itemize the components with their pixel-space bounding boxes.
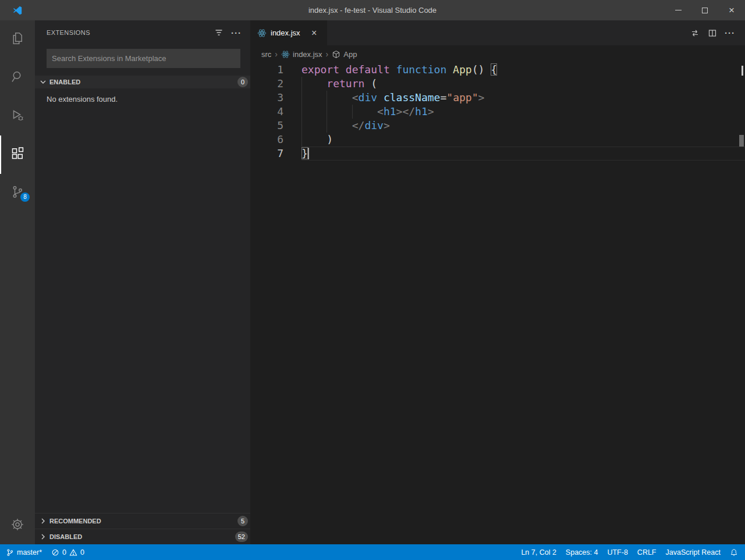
code-line[interactable]: 1export default function App() {	[250, 63, 745, 77]
code-text: }	[301, 147, 745, 160]
explorer-icon	[10, 31, 24, 48]
vscode-logo-icon	[0, 5, 35, 16]
extensions-search-box	[47, 49, 240, 68]
notifications-item[interactable]	[725, 544, 745, 560]
window-title: index.jsx - fe-test - Visual Studio Code	[308, 0, 437, 20]
code-line[interactable]: 6 )	[250, 133, 745, 147]
search-input[interactable]	[47, 49, 240, 68]
code-line[interactable]: 5 </div>	[250, 119, 745, 133]
tab-close-button[interactable]: ×	[308, 27, 320, 39]
filter-icon	[214, 28, 224, 37]
status-bar-left: master* 0 0	[0, 544, 89, 560]
overview-ruler-mark	[742, 66, 743, 76]
maximize-button[interactable]	[691, 0, 718, 20]
indent-guide	[327, 119, 327, 133]
line-number: 3	[250, 91, 301, 105]
activity-item-search[interactable]	[0, 59, 35, 97]
tab-bar-empty-space	[327, 20, 686, 45]
indent-guide	[301, 119, 302, 133]
no-extensions-message: No extensions found.	[35, 88, 250, 110]
editor-cursor	[308, 148, 309, 159]
activity-item-explorer[interactable]	[0, 20, 35, 59]
section-disabled[interactable]: DISABLED 52	[35, 529, 250, 544]
code-lines: 1export default function App() {2 return…	[250, 63, 745, 160]
line-number: 6	[250, 133, 301, 147]
more-icon: ···	[231, 28, 242, 37]
line-number: 1	[250, 63, 301, 77]
indent-guide	[301, 105, 302, 119]
line-number: 4	[250, 105, 301, 119]
close-icon: ×	[729, 5, 735, 15]
indent-guide	[301, 133, 302, 147]
section-badge: 5	[237, 516, 248, 526]
breadcrumb-label: src	[261, 50, 271, 59]
split-editor-button[interactable]	[704, 25, 721, 41]
source-control-badge: 8	[20, 192, 30, 202]
eol-item[interactable]: CRLF	[633, 544, 661, 560]
indentation-item[interactable]: Spaces: 4	[561, 544, 603, 560]
error-count: 0	[62, 548, 66, 557]
code-text: </div>	[301, 119, 745, 133]
line-number: 2	[250, 77, 301, 91]
cursor-position: Ln 7, Col 2	[521, 548, 556, 557]
clear-search-results-button[interactable]	[212, 26, 226, 40]
close-window-button[interactable]: ×	[718, 0, 745, 20]
breadcrumb-label: App	[343, 50, 357, 59]
breadcrumb-separator: ›	[326, 49, 329, 59]
eol: CRLF	[637, 548, 657, 557]
overview-ruler	[737, 63, 745, 544]
tab-index-jsx[interactable]: index.jsx ×	[250, 20, 327, 45]
activity-item-source-control[interactable]: 8	[0, 174, 35, 212]
gear-icon	[10, 518, 24, 534]
extensions-sidebar: EXTENSIONS ··· ENABLED 0 No extensions f…	[35, 20, 250, 544]
open-changes-button[interactable]	[687, 25, 703, 41]
status-bar: master* 0 0 Ln 7, Col 2 Spaces: 4 UTF-8 …	[0, 544, 745, 560]
indent-guide	[327, 105, 327, 119]
editor-code-area[interactable]: 1export default function App() {2 return…	[250, 63, 745, 544]
code-line[interactable]: 2 return (	[250, 77, 745, 91]
symbol-cube-icon	[332, 50, 340, 59]
title-bar: index.jsx - fe-test - Visual Studio Code…	[0, 0, 745, 20]
sidebar-bottom-sections: RECOMMENDED 5 DISABLED 52	[35, 513, 250, 544]
git-branch-item[interactable]: master*	[0, 544, 47, 560]
cursor-position-item[interactable]: Ln 7, Col 2	[516, 544, 560, 560]
breadcrumb-symbol[interactable]: App	[332, 50, 357, 59]
breadcrumb-folder[interactable]: src	[261, 50, 271, 59]
line-number: 7	[250, 147, 301, 160]
section-label: DISABLED	[49, 533, 235, 540]
section-enabled[interactable]: ENABLED 0	[35, 76, 250, 88]
breadcrumb-file[interactable]: index.jsx	[281, 50, 322, 59]
indent-guide	[301, 77, 302, 91]
sidebar-title: EXTENSIONS	[47, 29, 208, 36]
sidebar-more-actions-button[interactable]: ···	[229, 26, 243, 40]
code-text: return (	[301, 77, 745, 91]
editor-more-actions-button[interactable]: ···	[722, 25, 738, 41]
maximize-icon	[702, 8, 708, 13]
problems-item[interactable]: 0 0	[47, 544, 89, 560]
code-line[interactable]: 3 <div className="app">	[250, 91, 745, 105]
vscode-window: index.jsx - fe-test - Visual Studio Code…	[0, 0, 745, 560]
activity-item-run-debug[interactable]	[0, 97, 35, 135]
section-badge: 52	[235, 532, 248, 542]
activity-item-extensions[interactable]	[0, 135, 35, 174]
section-badge: 0	[237, 77, 248, 87]
code-text: <h1></h1>	[301, 105, 745, 119]
breadcrumb-separator: ›	[275, 49, 278, 59]
indent-guide	[327, 91, 327, 105]
code-text: )	[301, 133, 745, 147]
chevron-down-icon	[38, 77, 48, 87]
encoding-item[interactable]: UTF-8	[602, 544, 632, 560]
editor-actions: ···	[686, 20, 745, 45]
git-branch-icon	[6, 548, 14, 557]
activity-bar: 8	[0, 20, 35, 544]
code-line[interactable]: 4 <h1></h1>	[250, 105, 745, 119]
language-mode-item[interactable]: JavaScript React	[661, 544, 725, 560]
minimize-button[interactable]	[665, 0, 691, 20]
encoding: UTF-8	[607, 548, 627, 557]
code-line[interactable]: 7}	[250, 147, 745, 160]
section-recommended[interactable]: RECOMMENDED 5	[35, 513, 250, 529]
manage-button[interactable]	[0, 507, 35, 544]
warning-icon	[69, 548, 77, 557]
more-icon: ···	[725, 28, 735, 37]
warning-count: 0	[80, 548, 84, 557]
